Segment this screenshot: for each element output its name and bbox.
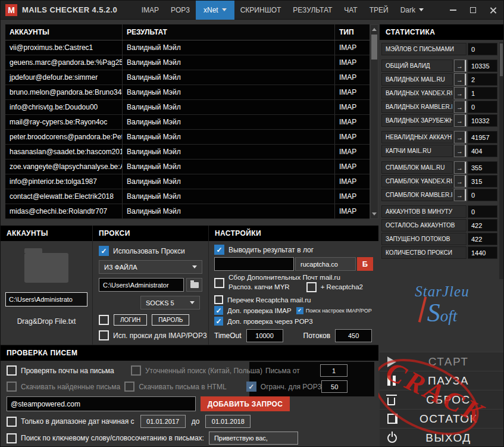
start-button[interactable]: СТАРТ <box>380 352 504 371</box>
menu-item-xnet[interactable]: xNet <box>196 1 234 20</box>
table-row[interactable]: contact@elewatt.be:Electrik2018 Валидный… <box>5 189 370 204</box>
menu-item-tray[interactable]: ТРЕЙ <box>364 1 395 20</box>
keyword-search-label: Поиск по ключевому слову/словосочетанию … <box>21 434 204 442</box>
download-html-checkbox[interactable] <box>124 382 134 392</box>
table-row[interactable]: mail@ray-cypers.be:Rayon4oc Валидный Мэй… <box>5 115 370 130</box>
table-scrollbar[interactable] <box>370 24 378 219</box>
export-arrow-icon[interactable] <box>454 161 467 174</box>
recheck-recaptcha-checkbox[interactable] <box>214 295 223 304</box>
minimize-button[interactable] <box>443 1 463 20</box>
type-cell: IMAP <box>335 100 370 114</box>
result-cell: Валидный Мэйл <box>123 115 335 129</box>
column-header-accounts[interactable]: АККАУНТЫ <box>5 24 123 40</box>
table-row[interactable]: hasanaslan@saadet.be:hascom2016 Валидный… <box>5 145 370 160</box>
proxy-source-select[interactable]: ИЗ ФАЙЛА <box>99 260 202 274</box>
date-to-field[interactable]: 01.01.2018 <box>205 415 251 428</box>
app-logo-icon: M <box>5 4 17 16</box>
browse-folder-button[interactable] <box>186 278 202 292</box>
close-button[interactable] <box>483 1 503 20</box>
export-arrow-icon[interactable] <box>454 87 467 99</box>
table-row[interactable]: vii@proximus.be:Castrec1 Валидный Мэйл I… <box>5 40 370 55</box>
keyword-input[interactable]: Приветствую вас, <box>209 432 298 445</box>
chevron-down-icon <box>419 8 424 11</box>
use-proxy-checkbox[interactable] <box>99 246 109 256</box>
refined-search-checkbox[interactable] <box>131 365 141 376</box>
search-query-input[interactable]: @steampowered.com <box>7 396 196 411</box>
imap-check-checkbox[interactable] <box>214 306 223 315</box>
export-arrow-icon[interactable] <box>454 60 467 72</box>
trash-icon <box>387 398 395 405</box>
table-row[interactable]: info@pinterior.be:tolga1987 Валидный Мэй… <box>5 174 370 189</box>
menu-item-screenshot[interactable]: СКРИНШОТ <box>234 1 287 20</box>
password-button[interactable]: ПАРОЛЬ <box>152 314 189 326</box>
stat-row: ВАЛИДНЫХ ЗАРУБЕЖНЫХ 10332 <box>381 114 497 127</box>
recaptcha2-checkbox[interactable] <box>306 282 317 292</box>
pause-button[interactable]: ПАУЗА <box>380 371 504 390</box>
type-cell: IMAP <box>335 189 370 204</box>
date-from-field[interactable]: 01.01.2017 <box>140 415 186 428</box>
log-output-checkbox[interactable] <box>214 245 224 255</box>
account-cell: bruno.melon@pandora.be:Bruno345 <box>5 85 123 99</box>
table-row[interactable]: zoe.vangeyte@lapsychanalyse.be:Ad Валидн… <box>5 160 370 174</box>
date-range-checkbox[interactable] <box>7 417 17 427</box>
table-row[interactable]: bruno.melon@pandora.be:Bruno345 Валидный… <box>5 85 370 100</box>
theme-select[interactable]: Dark <box>395 1 430 20</box>
scrollbar-thumb[interactable] <box>500 43 503 76</box>
export-arrow-icon[interactable] <box>454 145 467 157</box>
account-cell: jpdefour@defour.be:simmer <box>5 70 123 85</box>
exit-button[interactable]: ВЫХОД <box>380 428 504 447</box>
settings-panel-title: НАСТРОЙКИ <box>209 226 378 241</box>
date-to-label: до <box>192 417 200 426</box>
reset-button[interactable]: СБРОС <box>380 390 504 409</box>
export-arrow-icon[interactable] <box>454 189 467 201</box>
threads-input[interactable]: 450 <box>335 329 372 342</box>
pause-icon <box>387 376 396 386</box>
export-arrow-icon[interactable] <box>454 114 467 127</box>
scroll-up-icon[interactable] <box>371 26 378 33</box>
menu-item-chat[interactable]: ЧАТ <box>338 1 363 20</box>
letters-from-input[interactable]: 1 <box>320 364 348 377</box>
balance-button[interactable]: Б <box>357 257 373 271</box>
proxy-for-imap-pop3-checkbox[interactable] <box>99 330 109 340</box>
captcha-key-input[interactable] <box>214 257 294 271</box>
column-header-type[interactable]: ТИП <box>335 24 370 40</box>
menu-item-imap[interactable]: IMAP <box>136 1 165 20</box>
reset-label: СБРОС <box>404 393 504 407</box>
menu-item-result[interactable]: РЕЗУЛЬТАТ <box>287 1 338 20</box>
download-html-label: Скачивать письма в HTML <box>139 383 228 391</box>
login-button[interactable]: ЛОГИН <box>114 314 147 326</box>
export-arrow-icon[interactable] <box>454 73 467 86</box>
maximize-button[interactable] <box>463 1 483 20</box>
timeout-input[interactable]: 10000 <box>246 329 283 342</box>
scrollbar-thumb[interactable] <box>371 35 377 60</box>
imap-settings-checkbox[interactable] <box>296 307 303 314</box>
export-arrow-icon[interactable] <box>454 175 467 187</box>
download-letters-checkbox[interactable] <box>7 382 17 392</box>
column-header-result[interactable]: РЕЗУЛЬТАТ <box>123 24 335 40</box>
menu-item-pop3[interactable]: POP3 <box>165 1 196 20</box>
proxy-path-field[interactable]: C:\Users\Administrator <box>99 278 184 292</box>
stat-label: ВАЛИДНЫХ RAMBLER.RU <box>381 101 453 113</box>
add-query-button[interactable]: ДОБАВИТЬ ЗАПРОС <box>201 396 290 411</box>
scroll-down-icon[interactable] <box>371 210 378 218</box>
export-arrow-icon[interactable] <box>454 101 467 113</box>
pop3-limit-checkbox[interactable] <box>246 382 256 392</box>
proxy-auth-checkbox[interactable] <box>99 315 109 325</box>
captcha-service-select[interactable]: rucaptcha.co <box>295 257 356 271</box>
table-row[interactable]: midas@chechi.be:Rolandtr707 Валидный Мэй… <box>5 204 370 219</box>
accounts-path-field[interactable]: C:\Users\Administrato <box>5 292 87 307</box>
keyword-search-checkbox[interactable] <box>7 433 17 443</box>
table-row[interactable]: peter.broodcorens@pandora.be:Pete Валидн… <box>5 130 370 145</box>
pop3-check-checkbox[interactable] <box>214 317 223 326</box>
proxy-type-select[interactable]: SOCKS 5 <box>140 296 200 310</box>
export-arrow-icon[interactable] <box>454 131 467 143</box>
check-letters-checkbox[interactable] <box>7 365 17 376</box>
table-row[interactable]: jpdefour@defour.be:simmer Валидный Мэйл … <box>5 70 370 85</box>
table-row[interactable]: geuens.marc@pandora.be:%Pag25yz Валидный… <box>5 55 370 70</box>
rest-button[interactable]: ОСТАТОК <box>380 409 504 428</box>
table-row[interactable]: info@chrisvtg.be:Doudou00 Валидный Мэйл … <box>5 100 370 115</box>
stats-scrollbar[interactable] <box>499 42 503 279</box>
pop3-limit-input[interactable]: 50 <box>321 380 348 393</box>
collect-mail-checkbox[interactable] <box>214 278 224 288</box>
folder-icon[interactable] <box>24 253 68 283</box>
